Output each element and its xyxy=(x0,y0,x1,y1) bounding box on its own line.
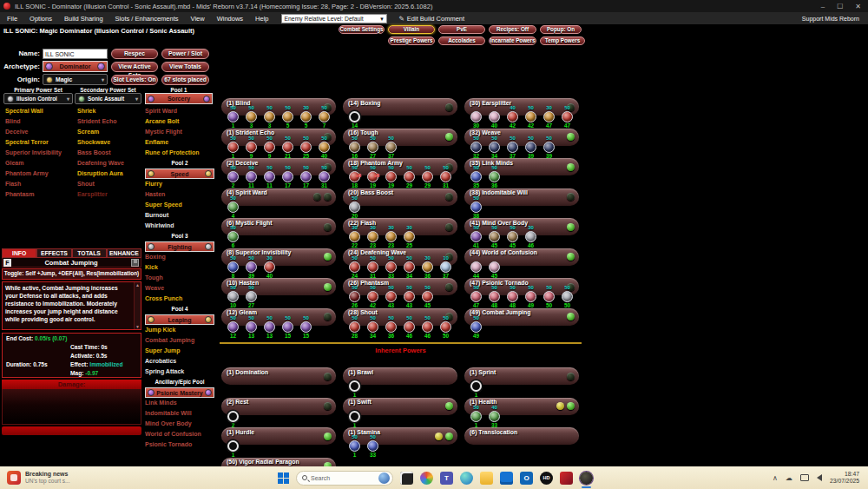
pve-button[interactable]: PvE xyxy=(438,25,485,34)
enhancement-slot[interactable]: 5020 xyxy=(345,195,364,219)
enhancement-slot[interactable]: 5043 xyxy=(400,285,418,308)
secondary-power-deafening-wave[interactable]: Deafening Wave xyxy=(77,158,141,169)
enhancement-slot[interactable]: 5048 xyxy=(503,285,522,308)
pool-power-acrobatics[interactable]: Acrobatics xyxy=(145,356,214,367)
menu-slots-enhancements[interactable]: Slots / Enhancements xyxy=(115,15,179,23)
close-button[interactable]: ✕ xyxy=(855,3,861,10)
pool-power-boxing[interactable]: Boxing xyxy=(145,252,214,262)
enhancement-slot[interactable]: 5015 xyxy=(279,315,297,339)
pool-power-world-of-confusion[interactable]: World of Confusion xyxy=(145,429,214,439)
enhancement-slot[interactable]: 5028 xyxy=(345,315,364,339)
primary-power-phantasm[interactable]: Phantasm xyxy=(5,189,73,200)
enhancement-slot[interactable]: 5045 xyxy=(485,225,503,248)
menu-view[interactable]: View xyxy=(191,15,205,23)
enhancement-slot[interactable]: 5033 xyxy=(364,434,382,458)
pool-power-psionic-tornado[interactable]: Psionic Tornado xyxy=(145,439,214,450)
pool-power-burnout[interactable]: Burnout xyxy=(145,210,214,221)
menu-build-sharing[interactable]: Build Sharing xyxy=(64,15,103,23)
enhancement-slot[interactable]: 1 xyxy=(224,434,242,458)
pool-power-flurry[interactable]: Flurry xyxy=(145,179,214,189)
enhancement-slot[interactable]: 5045 xyxy=(418,285,437,308)
enhancement-slot[interactable]: 30 xyxy=(467,105,485,129)
enhancement-slot[interactable]: 5034 xyxy=(400,255,418,279)
enhancement-slot[interactable]: 5017 xyxy=(279,165,297,188)
game-taskbar-icon[interactable] xyxy=(560,472,573,485)
name-input[interactable] xyxy=(43,49,108,59)
pool-power-mind-over-body[interactable]: Mind Over Body xyxy=(145,419,214,429)
enhancement-slot[interactable]: 3046 xyxy=(522,225,540,248)
enhancement-slot[interactable]: 5038 xyxy=(467,195,485,219)
primary-power-phantom-army[interactable]: Phantom Army xyxy=(5,169,73,179)
enhancement-slot[interactable]: 5042 xyxy=(522,105,540,129)
view-active-sets-button[interactable]: View Active Sets xyxy=(111,62,158,72)
enhancement-slot[interactable]: 502 xyxy=(224,165,242,188)
news-widget[interactable]: Breaking news UN's top court s... xyxy=(0,471,139,485)
outlook-taskbar-icon[interactable]: O xyxy=(520,472,533,485)
accolades-button[interactable]: Accolades xyxy=(438,36,485,45)
enhancement-slot[interactable]: 5037 xyxy=(503,135,522,159)
store-taskbar-icon[interactable] xyxy=(500,472,513,485)
enhancement-slot[interactable]: 1 xyxy=(345,405,364,428)
pool-power-spirit-ward[interactable]: Spirit Ward xyxy=(145,106,214,116)
pool-button-fighting[interactable]: Fighting xyxy=(145,241,214,252)
temp-powers-button[interactable]: Temp Powers xyxy=(540,36,585,45)
primary-power-deceive[interactable]: Deceive xyxy=(5,127,73,137)
pool-power-enflame[interactable]: Enflame xyxy=(145,137,214,148)
enhancement-slot[interactable]: 5015 xyxy=(297,315,315,339)
enhancement-slot[interactable]: 508 xyxy=(224,255,242,279)
secondary-power-strident-echo[interactable]: Strident Echo xyxy=(77,116,141,127)
enhancement-slot[interactable]: 5032 xyxy=(467,135,485,159)
pool-power-link-minds[interactable]: Link Minds xyxy=(145,398,214,408)
pool-power-indomitable-will[interactable]: Indomitable Will xyxy=(145,408,214,419)
enhancement-slot[interactable]: 5042 xyxy=(364,285,382,308)
enhancement-slot[interactable]: 2 xyxy=(224,405,242,428)
minimize-button[interactable]: – xyxy=(821,3,825,10)
edge-taskbar-icon[interactable] xyxy=(460,472,473,485)
enhancement-slot[interactable]: 504 xyxy=(224,195,242,219)
enhancement-slot[interactable]: 5026 xyxy=(345,285,364,308)
primary-power-flash[interactable]: Flash xyxy=(5,179,73,189)
power-slot-button[interactable]: Power / Slot xyxy=(161,49,209,59)
pool-power-weave[interactable]: Weave xyxy=(145,283,214,294)
tab-enhance[interactable]: ENHANCE xyxy=(107,248,141,258)
pool-button-psionic-mastery[interactable]: Psionic Mastery xyxy=(145,387,214,398)
enhancement-slot[interactable]: 5013 xyxy=(242,315,260,339)
taskview-taskbar-icon[interactable] xyxy=(400,472,413,485)
primary-power-spectral-terror[interactable]: Spectral Terror xyxy=(5,137,73,148)
recipes-off-button[interactable]: Recipes: Off xyxy=(489,25,536,34)
pool-power-spring-attack[interactable]: Spring Attack xyxy=(145,367,214,377)
enhancement-slot[interactable]: 5033 xyxy=(382,255,400,279)
enhancement-slot[interactable]: 50+518 xyxy=(345,165,364,188)
pool-power-whirlwind[interactable]: Whirlwind xyxy=(145,221,214,231)
pool-power-combat-jumping[interactable]: Combat Jumping xyxy=(145,335,214,346)
enhancement-slot[interactable]: 5039 xyxy=(540,135,558,159)
enhancement-slot[interactable]: 5011 xyxy=(260,165,279,188)
enhancement-slot[interactable]: 505 xyxy=(279,105,297,129)
popup-on-button[interactable]: Popup: On xyxy=(540,25,582,34)
pool-power-jump-kick[interactable]: Jump Kick xyxy=(145,325,214,335)
enhancement-slot[interactable]: 5037 xyxy=(382,135,400,159)
pool-power-rune-of-protection[interactable]: Rune of Protection xyxy=(145,148,214,158)
primary-power-superior-invisibility[interactable]: Superior Invisibility xyxy=(5,148,73,158)
enhancement-slot[interactable]: 4042 xyxy=(503,105,522,129)
slot-levels-button[interactable]: Slot Levels: On xyxy=(111,75,158,85)
tray-expand-icon[interactable]: ∧ xyxy=(773,474,778,482)
enhancement-slot[interactable]: 5039 xyxy=(242,255,260,279)
enhancement-slot[interactable]: 5027 xyxy=(364,135,382,159)
enhancement-slot[interactable]: 5043 xyxy=(382,285,400,308)
primary-powerset-dropdown[interactable]: Illusion Control ▾ xyxy=(3,93,73,104)
enhancement-slot[interactable]: 5050 xyxy=(437,315,455,339)
enhancement-slot[interactable]: 5019 xyxy=(382,165,400,188)
enhancement-slot[interactable]: 506 xyxy=(224,225,242,248)
enhancement-slot[interactable]: 1 xyxy=(467,374,485,398)
pool-power-tough[interactable]: Tough xyxy=(145,273,214,283)
enhancement-slot[interactable]: 44 xyxy=(467,255,485,279)
enhancement-slot[interactable]: 503 xyxy=(260,105,279,129)
enhancement-slot[interactable]: 1037 xyxy=(437,255,455,279)
enhancement-slot[interactable]: 5049 xyxy=(467,315,485,339)
search-box[interactable]: Search xyxy=(296,471,393,486)
enhancement-slot[interactable]: 5031 xyxy=(315,165,333,188)
enhancement-slot[interactable]: 5021 xyxy=(279,135,297,159)
enhancement-slot[interactable]: 5029 xyxy=(400,165,418,188)
description-scrollbar[interactable]: ▲▼ xyxy=(134,282,141,329)
